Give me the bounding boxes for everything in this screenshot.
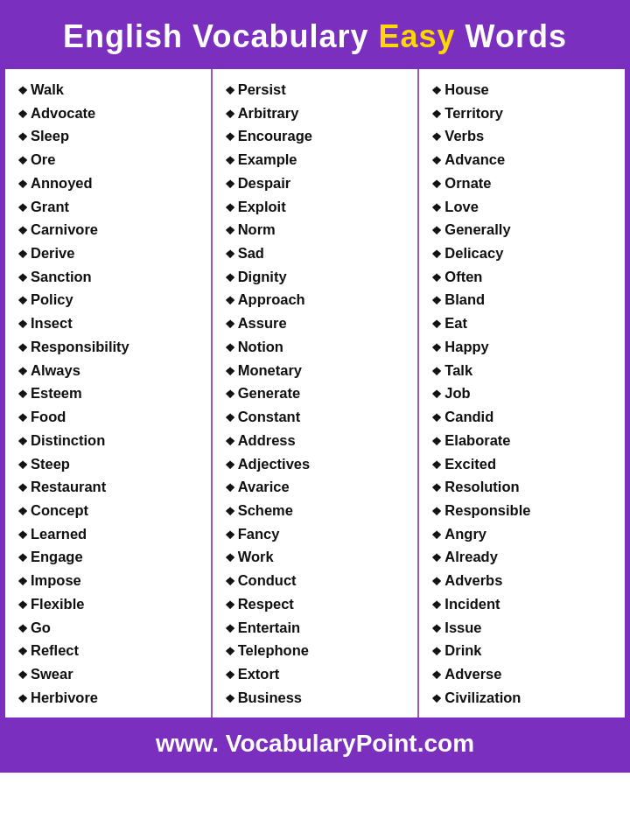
title-white: English Vocabulary — [63, 18, 378, 54]
word-text: Love — [444, 195, 479, 219]
list-item: ❖Talk — [431, 359, 618, 382]
word-text: Dignity — [238, 265, 287, 289]
word-text: Sleep — [31, 124, 69, 148]
word-text: Excited — [444, 452, 496, 476]
diamond-icon: ❖ — [225, 151, 235, 170]
list-item: ❖Insect — [18, 312, 204, 335]
page-title: English Vocabulary Easy Words — [20, 18, 610, 55]
list-item: ❖Love — [431, 195, 618, 219]
page-header: English Vocabulary Easy Words — [3, 3, 627, 69]
list-item: ❖Issue — [431, 616, 618, 640]
list-item: ❖Entertain — [225, 616, 411, 640]
page-container: English Vocabulary Easy Words ❖Walk❖Advo… — [0, 0, 630, 773]
list-item: ❖Advocate — [18, 102, 204, 125]
diamond-icon: ❖ — [225, 642, 235, 661]
diamond-icon: ❖ — [18, 666, 28, 684]
diamond-icon: ❖ — [225, 269, 235, 287]
word-text: Approach — [238, 288, 305, 312]
page-footer: www. VocabularyPoint.com — [3, 718, 627, 770]
list-item: ❖Annoyed — [18, 172, 204, 195]
diamond-icon: ❖ — [431, 362, 442, 381]
list-item: ❖Persist — [225, 78, 411, 102]
title-yellow: Easy — [379, 18, 456, 54]
diamond-icon: ❖ — [431, 572, 442, 591]
list-item: ❖Grant — [18, 195, 204, 219]
diamond-icon: ❖ — [431, 199, 442, 217]
list-item: ❖Generate — [225, 382, 411, 405]
diamond-icon: ❖ — [225, 620, 235, 638]
diamond-icon: ❖ — [18, 151, 28, 170]
word-text: Concept — [31, 499, 88, 522]
word-text: Telephone — [238, 639, 309, 662]
list-item: ❖Monetary — [225, 359, 411, 382]
list-item: ❖Often — [431, 265, 618, 289]
list-item: ❖Happy — [431, 335, 618, 359]
word-text: Herbivore — [31, 686, 98, 710]
word-text: Engage — [31, 545, 83, 569]
list-item: ❖Angry — [431, 522, 618, 546]
word-text: Assure — [238, 312, 287, 335]
diamond-icon: ❖ — [225, 666, 235, 684]
diamond-icon: ❖ — [18, 502, 28, 521]
list-item: ❖Business — [225, 686, 411, 710]
word-text: Encourage — [238, 124, 312, 148]
diamond-icon: ❖ — [431, 642, 442, 661]
list-item: ❖Telephone — [225, 639, 411, 662]
list-item: ❖Policy — [18, 288, 204, 312]
diamond-icon: ❖ — [431, 105, 442, 123]
diamond-icon: ❖ — [18, 315, 28, 333]
list-item: ❖Sanction — [18, 265, 204, 289]
diamond-icon: ❖ — [431, 245, 442, 263]
word-text: Flexible — [31, 592, 84, 616]
word-text: Always — [31, 359, 80, 382]
diamond-icon: ❖ — [18, 549, 28, 567]
word-text: Swear — [31, 662, 74, 686]
diamond-icon: ❖ — [225, 291, 235, 310]
list-item: ❖Generally — [431, 218, 618, 242]
list-item: ❖Assure — [225, 312, 411, 335]
list-item: ❖Delicacy — [431, 242, 618, 265]
word-text: Entertain — [238, 616, 301, 640]
word-text: Scheme — [238, 499, 293, 522]
diamond-icon: ❖ — [225, 199, 235, 217]
diamond-icon: ❖ — [431, 385, 442, 403]
diamond-icon: ❖ — [18, 572, 28, 591]
column-3: ❖House❖Territory❖Verbs❖Advance❖Ornate❖Lo… — [419, 69, 625, 718]
word-text: Generate — [238, 382, 301, 405]
diamond-icon: ❖ — [18, 269, 28, 287]
word-text: Job — [444, 382, 470, 405]
word-text: Learned — [31, 522, 87, 546]
list-item: ❖Candid — [431, 405, 618, 429]
word-text: Derive — [31, 242, 74, 265]
list-item: ❖Swear — [18, 662, 204, 686]
word-text: Insect — [31, 312, 73, 335]
diamond-icon: ❖ — [225, 175, 235, 193]
diamond-icon: ❖ — [18, 620, 28, 638]
list-item: ❖House — [431, 78, 618, 102]
list-item: ❖Verbs — [431, 124, 618, 148]
list-item: ❖Eat — [431, 312, 618, 335]
diamond-icon: ❖ — [431, 502, 442, 521]
diamond-icon: ❖ — [18, 690, 28, 708]
list-item: ❖Responsibility — [18, 335, 204, 359]
diamond-icon: ❖ — [18, 526, 28, 544]
diamond-icon: ❖ — [225, 385, 235, 403]
word-text: Candid — [444, 405, 494, 429]
list-item: ❖Ornate — [431, 172, 618, 195]
word-text: Adverbs — [444, 569, 502, 592]
list-item: ❖Learned — [18, 522, 204, 546]
word-text: Happy — [444, 335, 488, 359]
diamond-icon: ❖ — [225, 526, 235, 544]
diamond-icon: ❖ — [18, 221, 28, 240]
diamond-icon: ❖ — [225, 339, 235, 357]
diamond-icon: ❖ — [431, 456, 442, 474]
word-text: Business — [238, 686, 302, 710]
list-item: ❖Responsible — [431, 499, 618, 522]
list-item: ❖Bland — [431, 288, 618, 312]
list-item: ❖Constant — [225, 405, 411, 429]
list-item: ❖Approach — [225, 288, 411, 312]
word-text: Annoyed — [31, 172, 93, 195]
list-item: ❖Ore — [18, 148, 204, 172]
diamond-icon: ❖ — [18, 642, 28, 661]
list-item: ❖Extort — [225, 662, 411, 686]
